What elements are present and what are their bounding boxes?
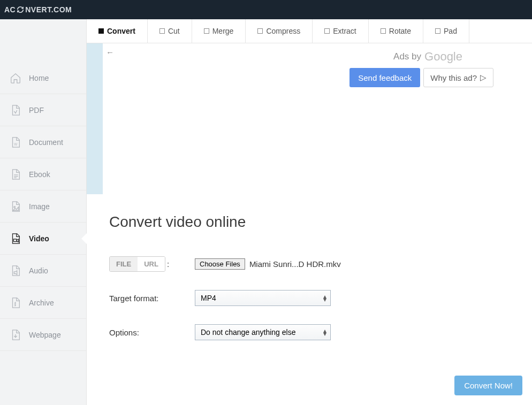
sidebar-item-label: Image xyxy=(29,202,50,211)
choose-files-button[interactable]: Choose Files xyxy=(195,258,245,270)
source-toggle: FILE URL xyxy=(109,256,165,272)
sidebar-item-label: Video xyxy=(29,234,49,243)
ad-zone: ← Ads by Google Send feedback Why this a… xyxy=(87,43,532,194)
app-header: AC NVERT.COM xyxy=(0,0,532,19)
sidebar-item-home[interactable]: Home xyxy=(0,62,86,94)
tab-cut[interactable]: Cut xyxy=(148,19,192,43)
tab-rotate[interactable]: Rotate xyxy=(369,19,423,43)
pdf-file-icon xyxy=(10,104,21,116)
target-format-row: Target format: MP4 ▴▾ xyxy=(109,290,510,306)
colon-label: : xyxy=(167,259,169,269)
sidebar-item-label: Ebook xyxy=(29,170,50,179)
sidebar-item-video[interactable]: Video xyxy=(0,223,86,255)
tab-label: Pad xyxy=(444,27,457,35)
sidebar-item-document[interactable]: W Document xyxy=(0,126,86,158)
source-url-button[interactable]: URL xyxy=(138,257,165,271)
google-logo: Google xyxy=(424,50,462,64)
content-area: Convert video online FILE URL : Choose F… xyxy=(87,194,532,405)
main-content: Convert Cut Merge Compress Extract Rotat… xyxy=(87,19,532,405)
ad-strip xyxy=(87,43,103,194)
source-file-button[interactable]: FILE xyxy=(110,257,138,271)
tab-label: Merge xyxy=(212,27,234,35)
sidebar-item-webpage[interactable]: Webpage xyxy=(0,319,86,351)
refresh-icon xyxy=(17,6,24,13)
site-logo[interactable]: AC NVERT.COM xyxy=(4,5,72,14)
sidebar-item-label: Home xyxy=(29,74,49,82)
tool-tabs: Convert Cut Merge Compress Extract Rotat… xyxy=(87,19,532,43)
square-icon xyxy=(324,28,330,34)
why-ad-label: Why this ad? xyxy=(430,73,477,82)
why-this-ad-button[interactable]: Why this ad? ▷ xyxy=(423,68,493,87)
tab-extract[interactable]: Extract xyxy=(313,19,369,43)
sidebar-item-label: Archive xyxy=(29,299,54,307)
square-icon xyxy=(435,28,440,34)
sidebar-item-label: Audio xyxy=(29,266,48,275)
sidebar-item-label: Document xyxy=(29,138,63,147)
svg-text:W: W xyxy=(14,142,18,146)
sidebar-item-archive[interactable]: Archive xyxy=(0,287,86,319)
selected-file-name: Miami Sunri...D HDR.mkv xyxy=(249,259,341,269)
square-icon xyxy=(381,28,386,34)
audio-file-icon xyxy=(10,265,21,277)
target-format-select[interactable]: MP4 xyxy=(195,290,331,306)
svg-point-1 xyxy=(14,206,16,208)
tab-compress[interactable]: Compress xyxy=(246,19,313,43)
document-file-icon: W xyxy=(10,136,21,148)
sidebar-item-audio[interactable]: Audio xyxy=(0,255,86,287)
square-icon xyxy=(257,28,263,34)
tab-label: Extract xyxy=(333,27,356,35)
convert-now-button[interactable]: Convert Now! xyxy=(454,376,522,395)
sidebar: Home PDF W Document Ebook Image Video Au… xyxy=(0,19,87,405)
tab-pad[interactable]: Pad xyxy=(423,19,469,43)
logo-text-pre: AC xyxy=(4,5,16,14)
sidebar-item-label: Webpage xyxy=(29,331,61,339)
svg-rect-2 xyxy=(13,239,16,241)
ebook-file-icon xyxy=(10,169,21,180)
send-feedback-button[interactable]: Send feedback xyxy=(349,68,420,87)
home-icon xyxy=(10,72,21,84)
sidebar-item-image[interactable]: Image xyxy=(0,190,86,223)
square-icon xyxy=(98,28,104,34)
tab-label: Rotate xyxy=(389,27,411,35)
page-title: Convert video online xyxy=(109,213,510,231)
source-row: FILE URL : Choose Files Miami Sunri...D … xyxy=(109,256,510,272)
play-icon: ▷ xyxy=(480,73,487,82)
image-file-icon xyxy=(10,201,21,212)
archive-file-icon xyxy=(10,297,21,309)
tab-label: Convert xyxy=(107,27,135,35)
options-select[interactable]: Do not change anything else xyxy=(195,324,331,340)
video-file-icon xyxy=(10,233,21,244)
logo-text-post: NVERT.COM xyxy=(25,5,72,14)
options-row: Options: Do not change anything else ▴▾ xyxy=(109,324,510,340)
square-icon xyxy=(204,28,209,34)
tab-merge[interactable]: Merge xyxy=(192,19,246,43)
options-label: Options: xyxy=(109,328,195,337)
target-format-label: Target format: xyxy=(109,294,195,303)
webpage-file-icon xyxy=(10,329,21,341)
square-icon xyxy=(159,28,165,34)
ads-by-text: Ads by xyxy=(393,51,421,62)
sidebar-item-ebook[interactable]: Ebook xyxy=(0,158,86,190)
ad-back-arrow[interactable]: ← xyxy=(106,48,114,57)
sidebar-item-pdf[interactable]: PDF xyxy=(0,94,86,126)
tab-label: Cut xyxy=(168,27,180,35)
tab-label: Compress xyxy=(266,27,300,35)
tab-convert[interactable]: Convert xyxy=(87,19,148,43)
ads-by-label: Ads by Google xyxy=(393,50,462,64)
sidebar-item-label: PDF xyxy=(29,106,44,114)
